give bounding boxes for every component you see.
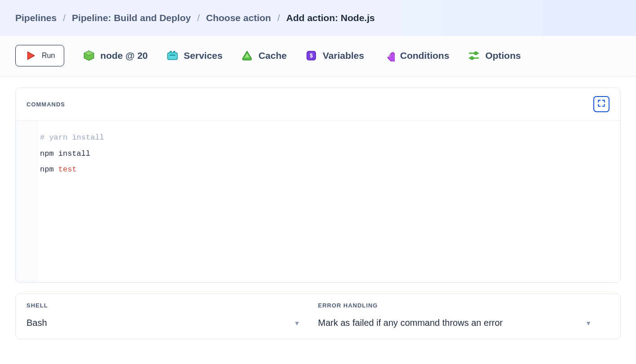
error-handling-column: ERROR HANDLING Mark as failed if any com…: [318, 302, 610, 328]
svg-point-11: [471, 57, 474, 60]
editor-gutter: [16, 121, 37, 282]
breadcrumb-separator: /: [63, 13, 66, 23]
tab-options[interactable]: Options: [468, 50, 521, 61]
breadcrumb-choose-action[interactable]: Choose action: [206, 13, 271, 23]
variables-icon: $: [305, 50, 317, 61]
shell-column: SHELL Bash ▼: [26, 302, 318, 328]
node-icon: [83, 50, 95, 61]
tab-node[interactable]: node @ 20: [83, 50, 148, 61]
services-icon: [167, 50, 178, 61]
tabs-bar: Run node @ 20 Services Cache: [0, 36, 636, 77]
tab-run-label: Run: [42, 52, 55, 60]
code-line: # yarn install: [40, 130, 620, 146]
tab-conditions[interactable]: IF Conditions: [383, 50, 450, 61]
expand-button[interactable]: [593, 96, 610, 112]
shell-dropdown[interactable]: Bash ▼: [26, 318, 318, 328]
tab-options-label: Options: [485, 50, 521, 61]
play-icon: [25, 50, 36, 61]
breadcrumb-separator: /: [197, 13, 200, 23]
code-line: npm install: [40, 146, 620, 162]
header-bar: Pipelines / Pipeline: Build and Deploy /…: [0, 0, 636, 36]
tab-cache-label: Cache: [258, 50, 287, 61]
breadcrumb: Pipelines / Pipeline: Build and Deploy /…: [15, 13, 375, 23]
chevron-down-icon: ▼: [585, 320, 592, 327]
expand-icon: [597, 99, 606, 110]
tab-run[interactable]: Run: [15, 45, 64, 66]
code-line: npm test: [40, 162, 620, 178]
svg-point-9: [474, 52, 477, 55]
breadcrumb-separator: /: [277, 13, 280, 23]
options-icon: [468, 50, 480, 61]
breadcrumb-pipelines[interactable]: Pipelines: [15, 13, 57, 23]
error-handling-value: Mark as failed if any command throws an …: [318, 318, 503, 328]
breadcrumb-current: Add action: Node.js: [286, 13, 375, 23]
tab-cache[interactable]: Cache: [241, 50, 287, 61]
breadcrumb-pipeline-build-deploy[interactable]: Pipeline: Build and Deploy: [72, 13, 191, 23]
tab-conditions-label: Conditions: [400, 50, 450, 61]
shell-value: Bash: [26, 318, 47, 328]
tab-node-label: node @ 20: [100, 50, 148, 61]
error-handling-dropdown[interactable]: Mark as failed if any command throws an …: [318, 318, 610, 328]
content-area: COMMANDS # yarn install npm install npm …: [0, 77, 636, 350]
shell-label: SHELL: [26, 302, 318, 309]
error-handling-label: ERROR HANDLING: [318, 302, 610, 309]
tab-services-label: Services: [184, 50, 222, 61]
chevron-down-icon: ▼: [294, 320, 300, 327]
tab-variables-label: Variables: [322, 50, 364, 61]
svg-text:$: $: [310, 53, 313, 59]
commands-title: COMMANDS: [26, 101, 65, 108]
tab-variables[interactable]: $ Variables: [305, 50, 364, 61]
commands-panel: COMMANDS # yarn install npm install npm …: [15, 88, 621, 283]
svg-rect-3: [170, 55, 176, 56]
conditions-icon: IF: [383, 50, 395, 61]
shell-error-panel: SHELL Bash ▼ ERROR HANDLING Mark as fail…: [15, 294, 621, 339]
svg-text:IF: IF: [387, 53, 391, 58]
cache-icon: [241, 50, 253, 61]
commands-editor[interactable]: # yarn install npm install npm test: [16, 121, 620, 282]
code-area[interactable]: # yarn install npm install npm test: [37, 121, 620, 282]
tab-services[interactable]: Services: [167, 50, 222, 61]
svg-rect-2: [168, 53, 177, 60]
commands-panel-header: COMMANDS: [16, 88, 620, 121]
